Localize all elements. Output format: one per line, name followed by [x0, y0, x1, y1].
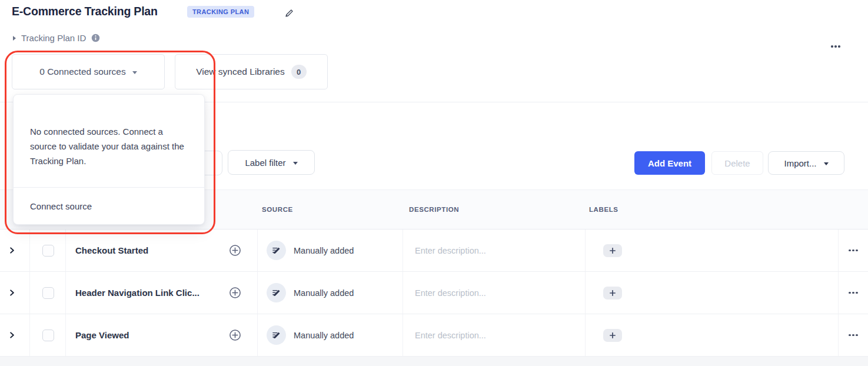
event-name[interactable]: Page Viewed — [75, 330, 129, 340]
connected-sources-label: 0 Connected sources — [39, 66, 125, 77]
column-header-source: SOURCE — [258, 206, 403, 213]
tracking-plan-id-label: Tracking Plan ID — [21, 33, 86, 43]
manually-added-icon — [267, 283, 286, 302]
add-circle-icon[interactable] — [229, 287, 241, 299]
label-filter-dropdown[interactable]: Label filter — [228, 150, 315, 175]
table-row: Header Navigation Link Clic... Manually … — [0, 272, 868, 314]
row-more-options-button[interactable] — [847, 331, 859, 340]
plus-icon — [610, 290, 616, 296]
add-circle-icon[interactable] — [229, 329, 241, 341]
row-checkbox[interactable] — [42, 287, 54, 299]
label-filter-label: Label filter — [245, 158, 285, 168]
tracking-plan-page: E-Commerce Tracking Plan TRACKING PLAN T… — [0, 0, 868, 366]
disclosure-triangle-icon — [13, 36, 16, 41]
table-footer-strip — [0, 357, 868, 366]
source-value: Manually added — [294, 288, 354, 298]
table-row: Checkout Started Manually added Enter de… — [0, 229, 868, 272]
view-synced-libraries-button[interactable]: View synced Libraries 0 — [175, 54, 328, 89]
ellipsis-icon — [831, 45, 840, 48]
connected-sources-popover: No connected sources. Connect a source t… — [13, 94, 205, 225]
plus-icon — [610, 332, 616, 338]
tracking-plan-id-disclosure[interactable]: Tracking Plan ID — [13, 33, 100, 43]
synced-libraries-count-badge: 0 — [291, 65, 307, 79]
chevron-down-icon — [293, 162, 298, 165]
view-synced-libraries-label: View synced Libraries — [196, 66, 284, 77]
pencil-icon — [285, 9, 294, 18]
add-label-button[interactable] — [603, 287, 622, 300]
add-label-button[interactable] — [603, 244, 622, 257]
event-name[interactable]: Checkout Started — [75, 245, 148, 255]
info-icon[interactable] — [91, 34, 100, 42]
chevron-right-icon — [9, 247, 15, 254]
plus-icon — [610, 248, 616, 254]
row-more-options-button[interactable] — [847, 288, 859, 298]
chevron-down-icon — [824, 162, 829, 165]
table-row: Page Viewed Manually added Enter descrip… — [0, 314, 868, 357]
popover-message: No connected sources. Connect a source t… — [14, 95, 204, 168]
import-label: Import... — [784, 158, 816, 168]
manually-added-icon — [267, 241, 286, 260]
add-circle-icon[interactable] — [229, 244, 241, 257]
connected-sources-dropdown[interactable]: 0 Connected sources — [12, 54, 165, 89]
tracking-plan-badge: TRACKING PLAN — [187, 6, 254, 18]
description-input[interactable]: Enter description... — [415, 246, 486, 255]
source-value: Manually added — [294, 246, 354, 255]
expand-row-button[interactable] — [0, 229, 30, 271]
add-event-button[interactable]: Add Event — [634, 151, 705, 175]
row-checkbox[interactable] — [42, 330, 54, 341]
row-more-options-button[interactable] — [847, 246, 859, 255]
expand-row-button[interactable] — [0, 314, 30, 356]
chevron-right-icon — [9, 290, 15, 296]
delete-button[interactable]: Delete — [711, 151, 763, 175]
page-more-options-button[interactable] — [826, 40, 846, 53]
edit-title-button[interactable] — [282, 6, 295, 19]
row-checkbox[interactable] — [42, 245, 54, 257]
connect-source-button[interactable]: Connect source — [14, 187, 204, 224]
description-input[interactable]: Enter description... — [415, 288, 486, 298]
chevron-right-icon — [9, 332, 15, 338]
import-dropdown-button[interactable]: Import... — [768, 151, 844, 175]
description-input[interactable]: Enter description... — [415, 331, 486, 340]
expand-row-button[interactable] — [0, 272, 30, 314]
source-value: Manually added — [294, 331, 354, 340]
page-title: E-Commerce Tracking Plan — [12, 5, 158, 18]
manually-added-icon — [267, 325, 286, 345]
add-label-button[interactable] — [603, 329, 622, 342]
event-name[interactable]: Header Navigation Link Clic... — [75, 288, 199, 298]
chevron-down-icon — [132, 71, 137, 74]
column-header-labels: LABELS — [586, 206, 839, 213]
column-header-description: DESCRIPTION — [403, 206, 586, 213]
